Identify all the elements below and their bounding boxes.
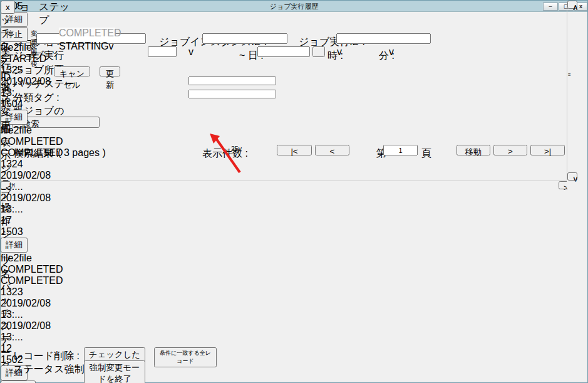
job-instance-id-input[interactable] (202, 33, 287, 44)
page-suffix-label: 頁 (421, 147, 431, 160)
vertical-scrollbar[interactable]: ∧ ≡ ∨ (567, 1, 575, 181)
annotation-box-table-status (190, 168, 243, 187)
hour-select[interactable]: v (337, 46, 376, 57)
minimize-button[interactable]: – (543, 3, 558, 11)
detail-button[interactable]: 詳細 (1, 238, 28, 253)
exit-status-cell: COMPLETED (1, 147, 63, 159)
exit-status-link[interactable]: COMPLETED (1, 275, 63, 286)
window-title: ジョブ実行履歴 (1, 2, 587, 11)
application-window: ジョブ実行履歴 – ▢ x ジョブ ステップ ジョブ名 : ジョブインスタンスI… (0, 0, 588, 383)
horizontal-scrollbar[interactable]: < | | | > (1, 181, 567, 189)
annotation-box-update-button (93, 62, 126, 80)
dialog-title: バッチステータス変更 (1, 1, 11, 132)
window-frame: ジョブ実行履歴 – ▢ x ジョブ ステップ ジョブ名 : ジョブインスタンスI… (0, 0, 588, 383)
job-op-cell: 再実行 (1, 380, 63, 383)
minute-select[interactable]: v (389, 46, 428, 57)
page-number-input[interactable] (383, 145, 418, 155)
vertical-scroll-thumb[interactable]: ≡ (568, 57, 575, 95)
after-label: 変更後 (31, 42, 38, 68)
page-size-select[interactable]: 25v (231, 145, 272, 155)
exit-status-link[interactable]: COMPLETED (1, 147, 63, 158)
end-time-cell: 2019/02/08 13:... (1, 192, 63, 215)
start-time-cell: 2019/02/08 13:... (1, 298, 63, 320)
calendar-icon[interactable] (312, 46, 325, 57)
annotation-box-dialog-fields (49, 24, 120, 53)
exec-date-to-input[interactable] (257, 46, 310, 57)
chevron-down-icon: v (188, 46, 193, 57)
cancel-button[interactable]: キャンセル (54, 66, 90, 76)
chevron-down-icon: v (239, 145, 242, 152)
annotation-box-force-change (4, 357, 153, 374)
tag-input[interactable] (188, 90, 276, 98)
job-name-cell: file2file (1, 253, 63, 264)
scroll-up-icon[interactable]: ∧ (567, 1, 577, 9)
instance-id-cell: 1323 (1, 286, 63, 298)
dialog-close-icon[interactable]: x (1, 1, 15, 14)
job-exec-id-cell: 1503 (1, 226, 63, 238)
detail-cell: 詳細 (1, 238, 63, 253)
scrollbar-corner (567, 181, 575, 189)
rerun-button[interactable]: 再実行 (1, 380, 36, 383)
batch-status-link[interactable]: COMPLETED (1, 136, 63, 147)
batch-status-link[interactable]: COMPLETED (1, 264, 63, 275)
exit-status-cell: COMPLETED (1, 275, 63, 286)
go-page-button[interactable]: 移動 (456, 145, 490, 155)
duration-cell: 17 (1, 215, 63, 226)
batch-status-input[interactable] (188, 76, 276, 85)
job-exec-id-input[interactable] (336, 33, 431, 44)
batch-status-cell: COMPLETED (1, 264, 63, 275)
next-page-button[interactable]: > (493, 145, 527, 155)
instance-id-cell: 1324 (1, 159, 63, 170)
batch-status-cell: COMPLETED (1, 136, 63, 147)
last-page-button[interactable]: >| (530, 145, 565, 155)
titlebar: ジョブ実行履歴 (1, 1, 587, 12)
scroll-down-icon[interactable]: ∨ (567, 172, 577, 181)
prev-page-button[interactable]: < (315, 145, 349, 155)
delete-all-matching-button[interactable]: 条件に一致する全レコード (154, 347, 217, 367)
end-time-cell: 2019/02/08 13:... (1, 320, 63, 343)
exec-date-from-select[interactable]: v (188, 46, 235, 57)
first-page-button[interactable]: |< (277, 145, 312, 155)
exec-date-from-input[interactable] (148, 46, 177, 57)
chevron-down-icon: v (337, 46, 342, 57)
table-row: 1503詳細file2fileCOMPLETEDCOMPLETED1323201… (1, 226, 63, 354)
chevron-down-icon: v (389, 46, 394, 57)
